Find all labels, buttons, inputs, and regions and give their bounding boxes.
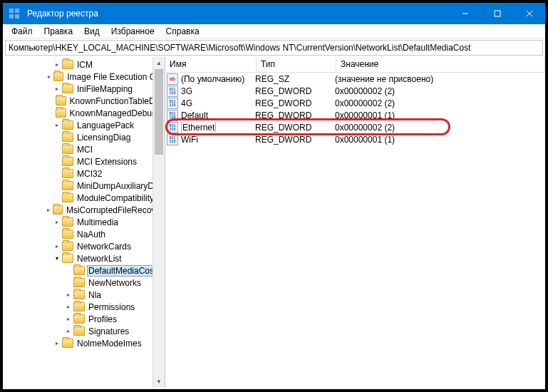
tree-node[interactable]: ▸Profiles: [4, 313, 165, 325]
registry-tree[interactable]: ▸ICM▸Image File Execution Opt▸IniFileMap…: [3, 57, 165, 388]
svg-rect-2: [9, 14, 14, 19]
tree-node-label: NaAuth: [76, 229, 107, 239]
chevron-right-icon[interactable]: ▸: [64, 327, 73, 336]
folder-icon: [62, 145, 73, 154]
chevron-right-icon[interactable]: ▸: [53, 121, 61, 130]
folder-icon: [73, 302, 85, 311]
tree-node[interactable]: MiniDumpAuxiliaryDlls: [4, 180, 165, 192]
address-bar[interactable]: Компьютер\HKEY_LOCAL_MACHINE\SOFTWARE\Mi…: [5, 40, 543, 56]
folder-icon: [56, 108, 66, 118]
value-data: 0x00000001 (1): [335, 135, 545, 145]
menu-help[interactable]: Справка: [160, 25, 205, 38]
folder-icon: [73, 314, 85, 324]
tree-node[interactable]: NewNetworks: [4, 277, 165, 289]
tree-node[interactable]: DefaultMediaCost: [4, 264, 165, 277]
tree-node[interactable]: ▸Signatures: [4, 325, 165, 337]
menu-view[interactable]: Вид: [78, 25, 105, 38]
tree-node[interactable]: ▸Multimedia: [4, 216, 165, 228]
value-name: 3G: [181, 86, 255, 96]
twisty-none: [53, 182, 61, 190]
folder-icon: [62, 181, 73, 190]
col-name[interactable]: Имя: [165, 57, 257, 72]
chevron-right-icon[interactable]: ▸: [45, 206, 52, 215]
window-title: Редактор реестра: [27, 9, 449, 19]
chevron-right-icon[interactable]: ▸: [64, 303, 73, 311]
chevron-right-icon[interactable]: ▸: [46, 73, 53, 81]
folder-icon: [62, 120, 73, 130]
value-type: REG_DWORD: [255, 86, 335, 96]
chevron-right-icon[interactable]: ▸: [53, 85, 61, 93]
value-data: 0x00000001 (1): [335, 110, 545, 120]
tree-node-label: KnownManagedDebuggi: [68, 108, 165, 118]
svg-rect-3: [15, 14, 19, 19]
menu-edit[interactable]: Правка: [38, 25, 79, 38]
dword-value-icon: 011110: [167, 98, 178, 109]
value-name: Ethernet: [181, 123, 255, 133]
value-type: REG_DWORD: [255, 135, 335, 145]
tree-node[interactable]: MCI Extensions: [4, 155, 165, 167]
value-type: REG_DWORD: [255, 110, 335, 120]
col-type[interactable]: Тип: [257, 57, 336, 72]
value-row[interactable]: 011110DefaultREG_DWORD0x00000001 (1): [165, 109, 545, 121]
value-name: (По умолчанию): [181, 74, 255, 84]
tree-node-label: NetworkList: [76, 254, 123, 264]
tree-node[interactable]: ▸NetworkCards: [4, 240, 165, 252]
titlebar[interactable]: Редактор реестра: [3, 3, 545, 24]
menubar: Файл Правка Вид Избранное Справка: [3, 24, 545, 38]
tree-node-label: ModuleCompatibility: [76, 193, 155, 203]
scroll-thumb[interactable]: [155, 69, 163, 155]
value-name: WiFi: [181, 135, 255, 145]
value-row[interactable]: 0111104GREG_DWORD0x00000002 (2): [165, 97, 545, 109]
chevron-right-icon[interactable]: ▸: [53, 242, 61, 251]
folder-icon: [62, 157, 73, 166]
chevron-right-icon[interactable]: ▸: [53, 339, 61, 348]
tree-node-label: Nla: [87, 290, 103, 300]
chevron-right-icon[interactable]: ▸: [53, 61, 61, 69]
tree-node[interactable]: ▸IniFileMapping: [4, 83, 165, 95]
menu-favorites[interactable]: Избранное: [105, 25, 160, 38]
folder-icon: [62, 193, 73, 202]
tree-node[interactable]: ▸NolmeModeImes: [4, 337, 165, 349]
tree-node[interactable]: ▸Image File Execution Opt: [4, 71, 165, 83]
twisty-none: [53, 230, 61, 239]
tree-node[interactable]: MCI32: [4, 167, 165, 180]
svg-rect-1: [15, 9, 19, 13]
tree-node[interactable]: ▾NetworkList: [4, 252, 165, 264]
tree-node[interactable]: ModuleCompatibility: [4, 192, 165, 204]
tree-node[interactable]: ▸ICM: [4, 58, 165, 71]
tree-node[interactable]: ▸MsiCorruptedFileRecover: [4, 204, 165, 216]
tree-node[interactable]: NaAuth: [4, 228, 165, 240]
tree-node[interactable]: KnownFunctionTableDlls: [4, 95, 165, 107]
scroll-up[interactable]: ▲: [153, 57, 165, 69]
tree-node[interactable]: ▸Permissions: [4, 301, 165, 313]
dword-value-icon: 011110: [167, 86, 178, 97]
tree-node[interactable]: LicensingDiag: [4, 131, 165, 143]
chevron-right-icon[interactable]: ▸: [53, 218, 61, 227]
folder-icon: [62, 229, 73, 239]
tree-node[interactable]: ▸LanguagePack: [4, 119, 165, 131]
chevron-down-icon[interactable]: ▾: [53, 254, 61, 263]
value-name: Default: [181, 110, 255, 120]
menu-file[interactable]: Файл: [6, 25, 38, 38]
scroll-down[interactable]: ▼: [153, 376, 165, 388]
tree-node[interactable]: KnownManagedDebuggi: [4, 107, 165, 119]
value-row[interactable]: ab(По умолчанию)REG_SZ(значение не присв…: [165, 73, 545, 85]
tree-node[interactable]: MCI: [4, 143, 165, 155]
svg-rect-5: [495, 11, 500, 16]
close-button[interactable]: [513, 3, 545, 24]
col-value[interactable]: Значение: [336, 57, 545, 72]
minimize-button[interactable]: [449, 3, 481, 24]
folder-icon: [53, 72, 63, 81]
folder-icon: [73, 278, 85, 287]
chevron-right-icon[interactable]: ▸: [64, 291, 73, 299]
tree-scrollbar[interactable]: ▲ ▼: [152, 57, 165, 388]
value-row[interactable]: 011110EthernetREG_DWORD0x00000002 (2): [165, 121, 545, 133]
dword-value-icon: 011110: [167, 110, 178, 121]
maximize-button[interactable]: [481, 3, 513, 24]
tree-node[interactable]: ▸Nla: [4, 289, 165, 301]
tree-node-label: MiniDumpAuxiliaryDlls: [76, 181, 163, 191]
value-row[interactable]: 011110WiFiREG_DWORD0x00000001 (1): [165, 133, 545, 145]
twisty-none: [53, 170, 61, 178]
chevron-right-icon[interactable]: ▸: [64, 315, 73, 324]
value-row[interactable]: 0111103GREG_DWORD0x00000002 (2): [165, 85, 545, 97]
